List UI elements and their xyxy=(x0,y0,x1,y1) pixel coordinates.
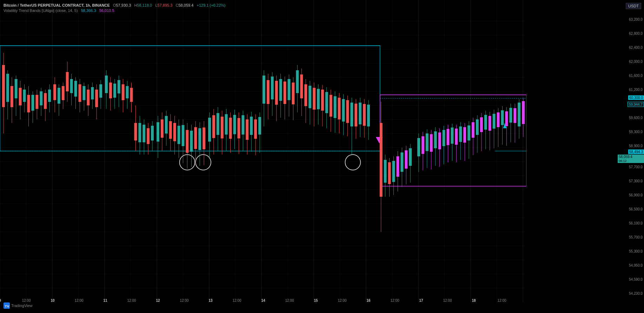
price-57700: 57,700.0 xyxy=(629,165,643,169)
price-61600: 61,600.0 xyxy=(629,74,643,78)
time-sep16: 16 xyxy=(366,299,370,302)
svg-rect-213 xyxy=(346,100,349,123)
time-sep11-12: 12:00 xyxy=(127,299,136,302)
svg-rect-148 xyxy=(212,115,215,138)
svg-rect-192 xyxy=(304,84,307,106)
chart-svg xyxy=(0,0,526,313)
svg-rect-84 xyxy=(79,84,81,102)
svg-rect-264 xyxy=(463,127,466,143)
chart-container: Bitcoin / TetherUS PERPETUAL CONTRACT, 1… xyxy=(0,0,644,313)
currency-badge[interactable]: USDT xyxy=(626,3,641,9)
svg-rect-144 xyxy=(203,128,205,149)
svg-rect-130 xyxy=(173,123,176,141)
svg-rect-80 xyxy=(70,79,73,93)
svg-rect-126 xyxy=(169,121,172,139)
open-value: O57,930.3 xyxy=(113,3,131,7)
price-56100: 56,100.0 xyxy=(629,221,643,225)
svg-rect-140 xyxy=(194,127,197,149)
svg-rect-228 xyxy=(384,160,387,183)
svg-rect-48 xyxy=(2,65,5,107)
time-sep13: 13 xyxy=(208,299,212,302)
price-axis: 63,200.0 62,800.0 62,400.0 62,000.0 61,6… xyxy=(616,0,644,313)
svg-rect-134 xyxy=(182,125,185,146)
svg-rect-272 xyxy=(480,117,483,132)
time-sep14-12: 12:00 xyxy=(285,299,294,302)
svg-rect-98 xyxy=(109,83,112,98)
price-59600: 59,600.0 xyxy=(629,116,643,120)
svg-rect-283 xyxy=(501,110,504,125)
svg-rect-244 xyxy=(421,136,424,154)
svg-rect-56 xyxy=(19,88,22,105)
svg-rect-270 xyxy=(476,119,479,135)
svg-rect-268 xyxy=(472,122,474,138)
price-58494: 58,494.3 xyxy=(628,150,644,154)
price-56500: 56,500.0 xyxy=(629,207,643,211)
svg-rect-242 xyxy=(417,138,420,156)
price-62400: 62,400.0 xyxy=(629,46,643,50)
price-59300: 59,300.0 xyxy=(629,130,643,134)
svg-rect-240 xyxy=(409,148,412,166)
svg-rect-60 xyxy=(27,95,30,112)
time-sep18-12: 12:00 xyxy=(497,299,506,302)
svg-rect-238 xyxy=(405,150,407,169)
svg-rect-232 xyxy=(392,161,395,182)
chart-symbol: Bitcoin / TetherUS PERPETUAL CONTRACT, 1… xyxy=(4,3,110,7)
time-sep11: 11 xyxy=(103,299,107,302)
svg-rect-176 xyxy=(271,77,274,99)
svg-rect-160 xyxy=(237,118,240,138)
indicator-val1: 58,366.3 xyxy=(81,8,96,13)
svg-rect-258 xyxy=(451,128,453,144)
svg-rect-72 xyxy=(53,84,56,100)
svg-rect-236 xyxy=(400,152,403,172)
time-sep9-12: 12:00 xyxy=(22,299,31,302)
svg-rect-172 xyxy=(263,76,265,104)
svg-point-203 xyxy=(345,155,360,170)
svg-rect-64 xyxy=(35,95,38,109)
svg-rect-100 xyxy=(113,84,116,98)
svg-rect-152 xyxy=(221,117,224,138)
change-value: +129.1 (+0.22%) xyxy=(197,3,226,7)
svg-rect-76 xyxy=(62,86,65,100)
time-sep12-12: 12:00 xyxy=(180,299,188,302)
svg-rect-217 xyxy=(354,104,357,126)
svg-rect-170 xyxy=(258,117,261,135)
svg-rect-78 xyxy=(66,72,69,91)
svg-rect-62 xyxy=(31,95,34,111)
time-sep12: 12 xyxy=(156,299,160,302)
svg-rect-162 xyxy=(241,115,244,135)
time-sep16-12: 12:00 xyxy=(390,299,399,302)
svg-rect-74 xyxy=(58,88,60,104)
svg-rect-207 xyxy=(334,96,337,118)
svg-rect-154 xyxy=(225,114,228,135)
price-61200: 61,200.0 xyxy=(629,88,643,92)
price-60300: 60,300.0 xyxy=(628,96,644,100)
chart-header-line1: Bitcoin / TetherUS PERPETUAL CONTRACT, 1… xyxy=(4,3,225,8)
price-54590: 54,590.0 xyxy=(629,278,643,281)
svg-rect-70 xyxy=(48,90,51,102)
svg-rect-293 xyxy=(522,101,525,124)
svg-rect-205 xyxy=(330,95,332,117)
price-55700: 55,700.0 xyxy=(629,235,643,239)
svg-rect-54 xyxy=(15,79,18,98)
price-56900: 56,900.0 xyxy=(629,193,643,197)
svg-rect-132 xyxy=(178,126,180,144)
price-62000: 62,000.0 xyxy=(629,60,643,64)
svg-rect-104 xyxy=(122,84,125,100)
svg-rect-194 xyxy=(308,86,311,108)
svg-rect-86 xyxy=(82,86,85,100)
svg-rect-200 xyxy=(321,90,324,111)
price-57300: 57,300.0 xyxy=(629,179,643,183)
tradingview-text: TradingView xyxy=(11,304,33,308)
svg-rect-142 xyxy=(198,128,201,150)
svg-rect-112 xyxy=(138,123,141,142)
svg-rect-118 xyxy=(151,126,154,141)
tradingview-icon: TV xyxy=(4,302,10,309)
svg-rect-219 xyxy=(359,103,361,124)
svg-rect-168 xyxy=(254,119,257,139)
chart-header-line2: Volatility Trend Bands [UAlgo] (close, 1… xyxy=(4,8,225,13)
svg-rect-52 xyxy=(11,86,13,107)
time-sep17: 17 xyxy=(419,299,423,302)
svg-rect-180 xyxy=(279,79,282,101)
svg-rect-122 xyxy=(161,119,164,138)
svg-rect-150 xyxy=(217,113,219,135)
